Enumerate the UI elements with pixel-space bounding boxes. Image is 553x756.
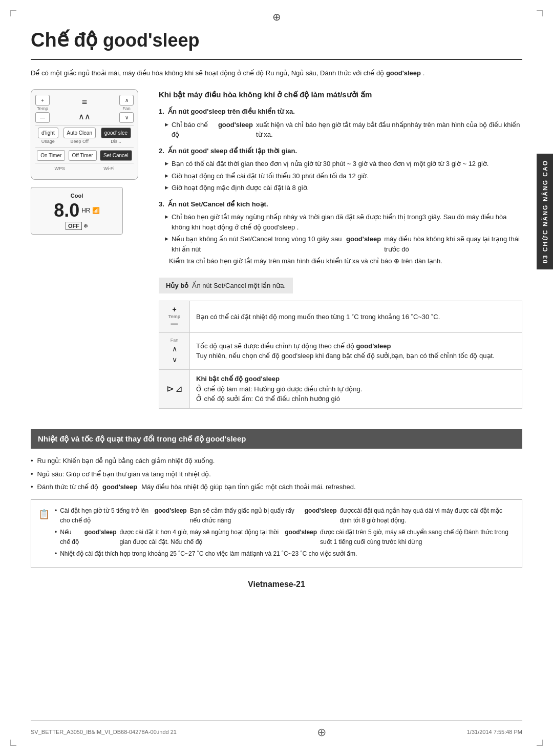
- note-item-1: Cài đặt hẹn giờ từ 5 tiếng trở lên cho c…: [55, 506, 515, 526]
- corner-mark-tl: [10, 10, 16, 16]
- feature-2-icon-cell: Fan ∧ ∨: [159, 332, 190, 370]
- step-2-title: 2. Ấn nút good' sleep để thiết lập thời …: [159, 146, 522, 156]
- corner-mark-tr: [537, 10, 543, 16]
- remote-control-image: ＋ Temp — ≡ ∧∧ ∧ Fan ∨: [31, 89, 138, 180]
- remote-set-cancel-btn: Set Cancel: [100, 150, 132, 161]
- remote-fan-down-btn: ∨: [119, 112, 134, 123]
- remote-plus-btn: ＋: [35, 95, 50, 106]
- feature-3-text-1: Ở chế độ làm mát: Hướng gió được điều ch…: [196, 385, 362, 393]
- step-2: 2. Ấn nút good' sleep để thiết lập thời …: [159, 146, 522, 193]
- bottom-bullet-list: Ru ngủ: Khiến bạn dễ ngủ bằng cách giảm …: [31, 456, 522, 492]
- feature-3-text: Khi bật chế độ good'sleep Ở chế độ làm m…: [190, 370, 522, 409]
- step-1: 1. Ấn nút good'sleep trên điều khiển từ …: [159, 107, 522, 140]
- step-1-bullet-1: Chỉ báo chế độ good'sleep xuất hiện và c…: [165, 120, 522, 140]
- remote-dlight-btn: d'light: [38, 128, 58, 138]
- feature-2-text: Tốc độ quạt sẽ được điều chỉnh tự động t…: [190, 332, 522, 370]
- step-3-bullet-1: Chỉ báo hẹn giờ tắt máy ngừng nhấp nháy …: [165, 212, 522, 232]
- step-3-title: 3. Ấn nút Set/Cancel để kích hoạt.: [159, 199, 522, 209]
- intro-text-start: Để có một giấc ngủ thoải mái, máy điều h…: [31, 69, 384, 77]
- remote-fan-icon: ∧∧: [78, 111, 91, 123]
- feature-3-icon-cell: ⊳ ⊿: [159, 370, 190, 409]
- feature-row-2: Fan ∧ ∨ Tốc độ quạt sẽ được điều chỉnh t…: [159, 332, 522, 370]
- footer-right: 1/31/2014 7:55:48 PM: [467, 728, 522, 737]
- note-content: Cài đặt hẹn giờ từ 5 tiếng trở lên cho c…: [55, 506, 515, 561]
- page-title: Chế độ good'sleep: [31, 26, 522, 60]
- remote-fan-up-btn: ∧: [119, 95, 134, 106]
- step-2-bullet-1: Bạn có thể cài đặt thời gian theo đơn vị…: [165, 159, 522, 169]
- footer-left: SV_BETTER_A3050_IB&IM_VI_DB68-04278A-00.…: [31, 728, 177, 737]
- page: ⊕ 03 CHỨC NĂNG NÂNG CAO Chế độ good'slee…: [0, 0, 553, 756]
- remote-divider-2: [35, 148, 134, 148]
- cancel-box: Hủy bỏ Ấn nút Set/Cancel một lần nữa.: [159, 278, 293, 294]
- corner-mark-bl: [10, 740, 16, 746]
- remote-off-timer-btn: Off Timer: [69, 150, 97, 161]
- intro-end: .: [421, 69, 424, 77]
- chapter-tab: 03 CHỨC NĂNG NÂNG CAO: [537, 154, 553, 269]
- step-2-bullet-3: Giờ hoạt động mặc định được cài đặt là 8…: [165, 183, 522, 193]
- step-3-bullet-2: Nếu bạn không ấn nút Set/Cancel trong vò…: [165, 234, 522, 254]
- display-cool-label: Cool: [36, 192, 117, 200]
- feature-row-3: ⊳ ⊿ Khi bật chế độ good'sleep Ở chế độ l…: [159, 370, 522, 409]
- note-icon: 📋: [38, 507, 50, 561]
- bottom-heading: Nhiệt độ và tốc độ quạt thay đổi trong c…: [31, 429, 522, 449]
- display-temp-value: 8.0 HR 📶: [36, 201, 117, 220]
- feature-2-text-1: Tốc độ quạt sẽ được điều chỉnh tự động t…: [196, 342, 391, 350]
- feature-3-title: Khi bật chế độ good'sleep: [196, 375, 280, 383]
- section-heading: Khi bật máy điều hòa không khí ở chế độ …: [159, 89, 522, 101]
- step-3-content: Chỉ báo hẹn giờ tắt máy ngừng nhấp nháy …: [159, 212, 522, 266]
- feature-1-icon-cell: + Temp —: [159, 301, 190, 332]
- title-prefix: Chế độ: [31, 29, 103, 51]
- plus-minus-icon: + Temp —: [165, 305, 183, 328]
- temp-number: 8.0: [54, 201, 79, 220]
- intro-paragraph: Để có một giấc ngủ thoải mái, máy điều h…: [31, 68, 522, 79]
- remote-mode-icon: ≡: [82, 95, 88, 109]
- step-1-content: Chỉ báo chế độ good'sleep xuất hiện và c…: [159, 120, 522, 140]
- remote-minus-btn: —: [35, 112, 50, 123]
- display-bottom: OFF ❄: [36, 222, 117, 230]
- note-box: 📋 Cài đặt hẹn giờ từ 5 tiếng trở lên cho…: [31, 499, 522, 568]
- title-main: good'sleep: [103, 30, 200, 51]
- display-hr: HR 📶: [81, 207, 100, 214]
- step-3-note: Kiểm tra chỉ báo hẹn giờ tắt máy trên mà…: [169, 256, 522, 266]
- step-3: 3. Ấn nút Set/Cancel để kích hoạt. Chỉ b…: [159, 199, 522, 266]
- display-box: Cool 8.0 HR 📶 OFF ❄: [31, 187, 123, 235]
- corner-mark-br: [537, 740, 543, 746]
- feature-1-text: Bạn có thể cài đặt nhiệt độ mong muốn th…: [190, 301, 522, 332]
- bottom-section: Nhiệt độ và tốc độ quạt thay đổi trong c…: [31, 429, 522, 568]
- cancel-text: Ấn nút Set/Cancel một lần nữa.: [192, 282, 286, 289]
- bottom-bullet-2: Ngủ sâu: Giúp cơ thể bạn thư giãn và tăn…: [31, 469, 522, 479]
- remote-divider-1: [35, 125, 134, 125]
- step-2-bullet-2: Giờ hoạt động có thể cài đặt từ tối thiể…: [165, 171, 522, 181]
- bottom-bullet-1: Ru ngủ: Khiến bạn dễ ngủ bằng cách giảm …: [31, 456, 522, 466]
- remote-good-sleep-btn: good' slee: [101, 128, 131, 138]
- remote-on-timer-btn: On Timer: [37, 150, 65, 161]
- upper-section: ＋ Temp — ≡ ∧∧ ∧ Fan ∨: [31, 89, 522, 419]
- page-number: Vietnamese-21: [31, 578, 522, 591]
- feature-3-text-2: Ở chế độ sưởi ấm: Có thể điều chỉnh hướn…: [196, 395, 340, 403]
- feature-2-text-2: Tuy nhiên, nếu chọn chế độ good'sleep kh…: [196, 352, 495, 360]
- compass-icon: ⊕: [272, 9, 281, 25]
- step-1-title: 1. Ấn nút good'sleep trên điều khiển từ …: [159, 107, 522, 117]
- display-snowflake-icon: ❄: [83, 223, 88, 229]
- footer-compass-icon: ⊕: [317, 724, 326, 741]
- step-2-content: Bạn có thể cài đặt thời gian theo đơn vị…: [159, 159, 522, 193]
- feature-row-1: + Temp — Bạn có thể cài đặt nhiệt độ mon…: [159, 301, 522, 332]
- feature-table: + Temp — Bạn có thể cài đặt nhiệt độ mon…: [159, 301, 522, 408]
- footer: SV_BETTER_A3050_IB&IM_VI_DB68-04278A-00.…: [31, 720, 522, 741]
- note-item-3: Nhiệt độ cài đặt thích hợp trong khoảng …: [55, 549, 515, 559]
- note-item-2: Nếu chế độ good'sleep được cài đặt ít hơ…: [55, 528, 515, 547]
- right-column: Khi bật máy điều hòa không khí ở chế độ …: [159, 89, 522, 419]
- bottom-bullet-3: Đánh thức từ chế độ good'sleep Máy điều …: [31, 482, 522, 492]
- display-off-label: OFF: [66, 222, 82, 230]
- intro-bold: good'sleep: [386, 69, 421, 77]
- remote-auto-clean-btn: Auto Clean: [63, 128, 96, 138]
- left-column: ＋ Temp — ≡ ∧∧ ∧ Fan ∨: [31, 89, 143, 419]
- remote-divider-3: [35, 163, 134, 163]
- swing-icon: ⊳ ⊿: [165, 382, 183, 396]
- cancel-label: Hủy bỏ: [166, 282, 188, 289]
- fan-icon: Fan ∧ ∨: [165, 337, 183, 366]
- wifi-icon: 📶: [92, 207, 100, 214]
